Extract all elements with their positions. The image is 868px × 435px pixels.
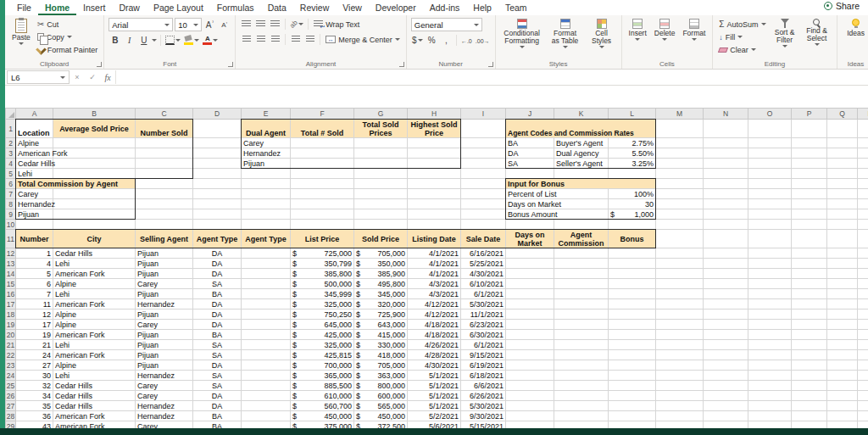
cell-B12[interactable]: Cedar Hills [53,248,136,259]
cell-F6[interactable] [291,179,354,189]
cell-Q6[interactable] [827,179,858,189]
cell-A4[interactable]: Cedar Hills [16,159,53,169]
cell-P2[interactable] [792,138,827,148]
cell-E20[interactable] [242,330,291,340]
cell-B25[interactable]: Cedar Hills [53,381,136,391]
cell-H23[interactable]: 4/30/2021 [408,360,461,371]
cell-B23[interactable]: Alpine [53,360,136,371]
cell-A20[interactable]: 19 [16,330,53,340]
cell-K2[interactable]: Buyer's Agent [554,138,609,148]
cell-G15[interactable]: $495,800 [354,279,408,289]
cell-M17[interactable] [656,299,704,310]
cell-O14[interactable] [748,269,792,279]
cell-R7[interactable] [858,189,868,199]
cell-I1[interactable] [461,120,506,138]
tab-file[interactable]: File [10,1,38,15]
cell-B20[interactable]: American Fork [53,330,136,340]
cell-L24[interactable] [609,371,656,381]
cell-I19[interactable]: 6/23/2021 [461,320,506,330]
cell-N17[interactable] [704,299,748,310]
cell-E12[interactable] [242,248,291,259]
cell-H21[interactable]: 4/26/2021 [408,340,461,350]
cell-G8[interactable] [354,199,408,209]
cell-E8[interactable] [242,199,291,209]
cell-M4[interactable] [656,159,704,169]
cell-R18[interactable] [858,310,868,320]
cell-F1[interactable]: Total # Sold [291,120,354,138]
cell-P19[interactable] [792,320,827,330]
orientation-button[interactable] [289,18,304,31]
cell-D17[interactable]: DA [193,299,242,310]
cell-O7[interactable] [748,189,792,199]
cell-C23[interactable]: Pijuan [136,360,193,371]
cell-C25[interactable]: Carey [136,381,193,391]
cell-E4[interactable]: Pijuan [242,159,291,169]
cell-A12[interactable]: 1 [16,248,53,259]
cell-I8[interactable] [461,199,506,209]
cell-E13[interactable] [242,259,291,269]
autosum-button[interactable]: AutoSum [717,18,767,31]
cell-R25[interactable] [858,381,868,391]
cell-E27[interactable] [242,401,291,411]
cell-C7[interactable] [136,189,193,199]
cell-F8[interactable] [291,199,354,209]
cell-N12[interactable] [704,248,748,259]
cell-D23[interactable]: DA [193,360,242,371]
cell-N6[interactable] [704,179,748,189]
cell-L11[interactable]: Bonus [609,230,656,248]
cell-R12[interactable] [858,248,868,259]
row-header-26[interactable]: 26 [6,391,16,401]
cell-J26[interactable] [506,391,554,401]
cell-E10[interactable] [242,220,291,230]
cell-H8[interactable] [408,199,461,209]
cell-I2[interactable] [461,138,506,148]
col-header-D[interactable]: D [193,109,242,120]
cell-A7[interactable]: Carey [16,189,53,199]
cell-H11[interactable]: Listing Date [408,230,461,248]
cell-G4[interactable] [354,159,408,169]
cell-B7[interactable] [53,189,136,199]
cell-M22[interactable] [656,350,704,360]
cell-L25[interactable] [609,381,656,391]
cell-F20[interactable]: $425,000 [291,330,354,340]
cell-I21[interactable]: 6/1/2021 [461,340,506,350]
cell-P27[interactable] [792,401,827,411]
cell-D5[interactable] [193,169,242,179]
cell-F2[interactable] [291,138,354,148]
cell-O28[interactable] [748,411,792,421]
cell-L26[interactable] [609,391,656,401]
cell-D9[interactable] [193,209,242,220]
cell-F17[interactable]: $325,000 [291,299,354,310]
cell-P1[interactable] [792,120,827,138]
cell-O4[interactable] [748,159,792,169]
col-header-O[interactable]: O [748,109,792,120]
row-header-17[interactable]: 17 [6,299,16,310]
cell-K22[interactable] [554,350,609,360]
cell-A18[interactable]: 12 [16,310,53,320]
cell-Q15[interactable] [827,279,858,289]
cell-E21[interactable] [242,340,291,350]
formula-input[interactable] [115,70,868,84]
cell-E19[interactable] [242,320,291,330]
cell-D28[interactable]: BA [193,411,242,421]
cell-A17[interactable]: 11 [16,299,53,310]
find-select-button[interactable]: Find & Select [802,18,832,58]
cell-H6[interactable] [408,179,461,189]
cell-E2[interactable]: Carey [242,138,291,148]
cell-J21[interactable] [506,340,554,350]
cell-R17[interactable] [858,299,868,310]
cell-I20[interactable]: 6/30/2021 [461,330,506,340]
cell-N14[interactable] [704,269,748,279]
cell-N20[interactable] [704,330,748,340]
cell-A15[interactable]: 6 [16,279,53,289]
tab-insert[interactable]: Insert [76,1,112,15]
cell-A24[interactable]: 30 [16,371,53,381]
cell-P14[interactable] [792,269,827,279]
cell-E7[interactable] [242,189,291,199]
cell-R20[interactable] [858,330,868,340]
cell-Q7[interactable] [827,189,858,199]
cell-B14[interactable]: American Fork [53,269,136,279]
cell-C26[interactable]: Carey [136,391,193,401]
cell-I25[interactable]: 6/6/2021 [461,381,506,391]
cell-M26[interactable] [656,391,704,401]
